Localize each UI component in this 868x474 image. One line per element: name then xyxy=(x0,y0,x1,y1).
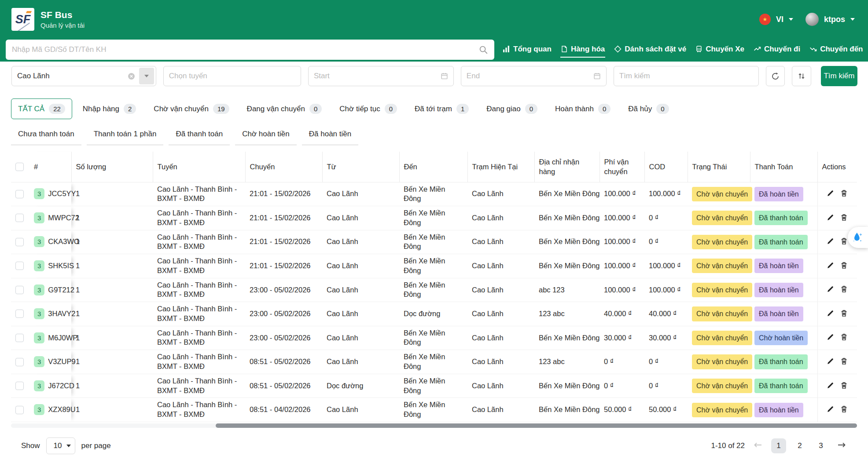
keyword-filter-input[interactable] xyxy=(619,72,753,80)
delete-button[interactable] xyxy=(837,188,851,200)
delete-button[interactable] xyxy=(837,284,851,296)
delete-button[interactable] xyxy=(837,332,851,344)
page-button-2[interactable]: 2 xyxy=(792,438,807,453)
keyword-filter[interactable] xyxy=(614,66,759,86)
status-tab-cho-van-chuyen[interactable]: Chờ vận chuyển19 xyxy=(147,98,236,119)
global-search[interactable] xyxy=(6,40,494,60)
arrow-right-icon xyxy=(837,442,846,448)
refresh-button[interactable] xyxy=(766,66,785,86)
edit-button[interactable] xyxy=(824,404,837,416)
edit-button[interactable] xyxy=(824,332,837,344)
delete-button[interactable] xyxy=(837,212,851,224)
row-checkbox[interactable] xyxy=(15,286,24,294)
row-checkbox[interactable] xyxy=(15,358,24,366)
edit-button[interactable] xyxy=(824,380,837,392)
nav-item-hang-hoa[interactable]: Hàng hóa xyxy=(560,42,605,58)
status-tab-dang-van-chuyen[interactable]: Đang vận chuyển0 xyxy=(240,98,329,119)
per-page-select[interactable]: 10 xyxy=(46,438,75,454)
cod-cell: 0 ₫ xyxy=(644,350,688,374)
edit-button[interactable] xyxy=(824,236,837,248)
nav-item-tong-quan[interactable]: Tổng quan xyxy=(502,42,552,58)
payment-tab-chua-thanh-toan[interactable]: Chưa thanh toán xyxy=(11,125,81,146)
edit-button[interactable] xyxy=(824,260,837,272)
edit-pencil-icon xyxy=(827,262,834,269)
status-tab-cho-tiep-tuc[interactable]: Chờ tiếp tục0 xyxy=(332,98,404,119)
status-tab-hoan-thanh[interactable]: Hoàn thành0 xyxy=(548,98,618,119)
route-filter-input[interactable] xyxy=(169,72,295,80)
delete-button[interactable] xyxy=(837,308,851,320)
avatar[interactable] xyxy=(805,13,819,26)
file-icon xyxy=(561,45,568,53)
start-date-filter[interactable] xyxy=(308,66,454,86)
edit-pencil-icon xyxy=(827,357,834,365)
global-search-input[interactable] xyxy=(12,45,478,54)
horizontal-scrollbar-thumb[interactable] xyxy=(216,423,857,428)
payment-tab-cho-hoan-tien[interactable]: Chờ hoàn tiền xyxy=(235,125,297,146)
payment-tab-thanh-toan-1-phan[interactable]: Thanh toán 1 phần xyxy=(87,125,164,146)
status-tab-da-huy[interactable]: Đã hủy0 xyxy=(621,98,676,119)
row-checkbox[interactable] xyxy=(15,214,24,222)
chevron-down-icon[interactable] xyxy=(850,18,855,21)
item-count-badge: 3 xyxy=(34,260,44,271)
order-code-cell: 3M6J0WP xyxy=(29,326,71,350)
actions-cell xyxy=(817,254,857,278)
nav-item-chuyen-xe[interactable]: Chuyến Xe xyxy=(695,42,745,58)
row-checkbox[interactable] xyxy=(15,382,24,390)
filter-bar: Cao Lãnh Tìm kiếm xyxy=(0,62,868,91)
station-select[interactable]: Cao Lãnh xyxy=(11,66,156,86)
assistant-widget[interactable] xyxy=(848,227,868,248)
nav-item-label: Dánh sách đặt vé xyxy=(625,45,686,54)
edit-button[interactable] xyxy=(824,284,837,296)
clear-icon[interactable] xyxy=(128,73,135,80)
language-selector[interactable]: VI xyxy=(776,15,783,24)
status-tab-da-toi-tram[interactable]: Đã tới trạm1 xyxy=(408,98,476,119)
delete-button[interactable] xyxy=(837,380,851,392)
next-page-button[interactable] xyxy=(836,441,847,450)
station-dropdown-button[interactable] xyxy=(139,68,154,84)
status-tab-nhap-hang[interactable]: Nhập hàng2 xyxy=(76,98,143,119)
from-cell: Cao Lãnh xyxy=(322,230,399,254)
search-submit-button[interactable]: Tìm kiếm xyxy=(821,66,857,86)
cod-cell: 40.000 ₫ xyxy=(644,302,688,326)
delivery-address-cell: Bến Xe Miền Đông xyxy=(534,254,600,278)
row-checkbox[interactable] xyxy=(15,334,24,342)
chevron-down-icon xyxy=(144,75,149,77)
chevron-down-icon[interactable] xyxy=(789,18,793,21)
edit-button[interactable] xyxy=(824,308,837,320)
nav-item-chuyen-den[interactable]: Chuyến đến xyxy=(809,42,863,58)
sort-button[interactable] xyxy=(792,66,811,86)
status-tab-tat-ca[interactable]: TẤT CẢ22 xyxy=(11,98,72,119)
row-checkbox[interactable] xyxy=(15,262,24,270)
edit-button[interactable] xyxy=(824,212,837,224)
row-checkbox[interactable] xyxy=(15,310,24,318)
edit-button[interactable] xyxy=(824,188,837,200)
payment-badge: Đã hoàn tiền xyxy=(754,187,803,201)
page-button-3[interactable]: 3 xyxy=(813,438,828,453)
row-checkbox[interactable] xyxy=(15,238,24,246)
delivery-address-cell: 123 abc xyxy=(534,302,600,326)
trash-icon xyxy=(840,214,848,221)
row-checkbox[interactable] xyxy=(15,190,24,198)
table-row: 3G9T2121Cao Lãnh - Thanh Bình - BXMT - B… xyxy=(11,278,857,302)
status-tab-dang-giao[interactable]: Đang giao0 xyxy=(479,98,544,119)
delete-button[interactable] xyxy=(837,356,851,368)
item-count-badge: 3 xyxy=(34,356,44,367)
nav-item-chuyen-di[interactable]: Chuyến đi xyxy=(753,42,801,58)
prev-page-button[interactable] xyxy=(753,441,763,450)
route-filter[interactable] xyxy=(163,66,301,86)
table-row: 3CKA3WO1Cao Lãnh - Thanh Bình - BXMT - B… xyxy=(11,230,857,254)
end-date-filter[interactable] xyxy=(461,66,607,86)
edit-button[interactable] xyxy=(824,356,837,368)
row-checkbox[interactable] xyxy=(15,406,24,414)
user-menu[interactable]: ktpos xyxy=(824,15,845,24)
start-date-input[interactable] xyxy=(314,72,441,80)
delete-button[interactable] xyxy=(837,404,851,416)
nav-item-danh-sach-dat-ve[interactable]: Dánh sách đặt vé xyxy=(614,42,687,58)
delete-button[interactable] xyxy=(837,260,851,272)
payment-tab-da-hoan-tien[interactable]: Đã hoàn tiền xyxy=(302,125,358,146)
payment-tab-da-thanh-toan[interactable]: Đã thanh toán xyxy=(169,125,230,146)
current-station-cell: Cao Lãnh xyxy=(467,302,534,326)
end-date-input[interactable] xyxy=(467,72,593,80)
select-all-checkbox[interactable] xyxy=(15,163,24,171)
page-button-1[interactable]: 1 xyxy=(771,438,786,453)
